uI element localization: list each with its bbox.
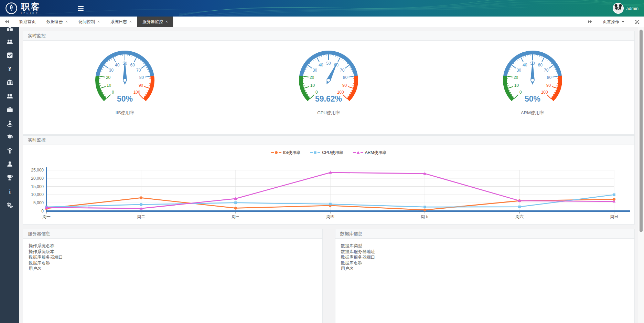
tab-5[interactable]: 服务器监控×	[137, 17, 173, 27]
gauge-tick-label: 20	[310, 75, 314, 80]
gauge-tick-label: 70	[136, 68, 141, 73]
db-info-panel: 数据库信息 数据库类型数据库服务器地址数据库服务器端口数据库名称用户名	[335, 229, 635, 323]
sidebar-item-trophy[interactable]	[0, 171, 19, 185]
sidebar-item-info[interactable]: i	[0, 185, 19, 198]
gauge-tick-label: 100	[133, 90, 140, 95]
x-axis-tick-label: 周四	[326, 214, 334, 219]
gauge-IIS使用率: 010203040506070809010050%IIS使用率	[23, 48, 227, 116]
x-axis-tick-label: 周二	[137, 214, 145, 219]
tab-4[interactable]: 系统日志×	[105, 17, 137, 27]
gauge-tick-label: 10	[310, 83, 315, 88]
gauge-tick-label: 50	[326, 61, 331, 66]
top-navbar: 职客 IZHIKE admin	[0, 0, 644, 17]
app-logo[interactable]: 职客 IZHIKE	[0, 2, 70, 15]
gauge-tick-label: 80	[547, 75, 552, 80]
sidebar-toggle-button[interactable]	[75, 3, 86, 13]
vertical-scrollbar[interactable]	[638, 27, 644, 323]
realtime-gauges-panel: 实时监控 010203040506070809010050%IIS使用率0102…	[23, 31, 635, 135]
y-axis-tick-label: 10,000	[31, 192, 44, 197]
line-chart: 05,00010,00015,00020,00025,000周一周二周三周四周五…	[23, 155, 634, 221]
gauge-tick-label: 70	[544, 68, 549, 73]
logo-icon	[5, 2, 18, 15]
gauge-tick-label: 10	[107, 83, 111, 88]
user-avatar	[613, 3, 624, 14]
sidebar-item-bank[interactable]	[0, 76, 19, 90]
gauge-tick-label: 100	[337, 90, 344, 95]
logo-text: 职客	[21, 2, 41, 11]
gauge-tick-label: 10	[514, 83, 519, 88]
gauge-tick-label: 0	[112, 90, 114, 95]
navbar-wave-decor	[0, 0, 644, 17]
gauge-tick-label: 0	[519, 90, 522, 95]
gauge-chart-1: 010203040506070809010050%	[90, 48, 159, 107]
gauges-container: 010203040506070809010050%IIS使用率010203040…	[23, 41, 634, 134]
legend-item-ARM使用率[interactable]: ARM使用率	[353, 150, 387, 156]
logo-subtext: IZHIKE	[21, 12, 41, 14]
user-menu[interactable]: admin	[613, 3, 638, 14]
tab-1[interactable]: 欢迎首页	[14, 17, 41, 27]
legend-item-IIS使用率[interactable]: IIS使用率	[271, 150, 301, 156]
gauge-tick-label: 0	[315, 90, 318, 95]
gauge-tick-label: 30	[313, 68, 318, 73]
tab-operations-label: 页签操作	[603, 19, 619, 25]
tab-3[interactable]: 访问控制×	[73, 17, 105, 27]
child-icon	[7, 147, 13, 154]
gauge-chart-2: 010203040506070809010059.62%	[294, 48, 363, 107]
gauge-CPU使用率: 010203040506070809010059.62%CPU使用率	[227, 48, 430, 116]
sidebar-item-yen[interactable]: ¥	[0, 62, 19, 76]
gauge-tick-label: 80	[343, 75, 348, 80]
tab-2[interactable]: 数据备份×	[41, 17, 73, 27]
square-marker-icon	[310, 150, 320, 155]
gauge-tick-label: 30	[109, 68, 114, 73]
legend-item-CPU使用率[interactable]: CPU使用率	[310, 150, 343, 156]
triangle-marker-icon	[353, 150, 363, 155]
gauge-tick-label: 40	[115, 63, 120, 67]
sidebar-item-street-view[interactable]	[0, 117, 19, 131]
main-content: 实时监控 010203040506070809010050%IIS使用率0102…	[19, 27, 638, 323]
tab-close-icon[interactable]: ×	[97, 20, 100, 24]
tab-close-icon[interactable]: ×	[65, 20, 68, 24]
sidebar-item-user[interactable]	[0, 157, 19, 171]
info-field-label: 数据库名称	[341, 260, 629, 266]
server-info-panel: 服务器信息 操作系统名称操作系统版本数据库服务器端口数据库名称用户名	[23, 229, 323, 323]
y-axis-tick-label: 0	[41, 209, 44, 213]
briefcase-icon	[7, 106, 13, 113]
tab-label: 访问控制	[78, 19, 95, 25]
server-info-fields: 操作系统名称操作系统版本数据库服务器端口数据库名称用户名	[23, 239, 322, 276]
sidebar-item-check-square[interactable]	[0, 49, 19, 62]
sidebar-item-users[interactable]	[0, 35, 19, 49]
gauge-caption: IIS使用率	[116, 110, 135, 116]
gauge-tick-label: 40	[523, 63, 527, 67]
yen-icon: ¥	[7, 66, 13, 72]
legend-label: CPU使用率	[322, 150, 343, 156]
gauge-tick-label: 90	[139, 83, 143, 88]
gauge-tick-label: 40	[319, 63, 324, 67]
tabs-scroll-right-button[interactable]	[583, 17, 597, 27]
tab-label: 欢迎首页	[19, 19, 36, 25]
scrollbar-thumb[interactable]	[640, 30, 643, 232]
x-axis-tick-label: 周三	[232, 214, 240, 219]
sidebar-item-briefcase[interactable]	[0, 103, 19, 117]
sidebar-item-child[interactable]	[0, 144, 19, 158]
sidebar-item-cogs[interactable]	[0, 198, 19, 212]
info-field-label: 数据库服务器端口	[29, 254, 317, 260]
chart-legend: IIS使用率CPU使用率ARM使用率	[23, 150, 634, 155]
expand-arrows-icon	[635, 20, 640, 24]
street-view-icon	[7, 120, 13, 127]
sidebar-item-graduation-cap[interactable]	[0, 130, 19, 144]
tab-operations-dropdown[interactable]: 页签操作	[597, 17, 630, 27]
y-axis-tick-label: 25,000	[31, 168, 44, 173]
trophy-icon	[7, 175, 13, 181]
info-field-label: 操作系统版本	[29, 249, 317, 255]
bank-icon	[7, 79, 13, 86]
fullscreen-button[interactable]	[630, 17, 644, 27]
info-icon: i	[7, 188, 13, 195]
tabs-scroll-left-button[interactable]	[0, 17, 14, 27]
info-field-label: 数据库服务器端口	[341, 254, 629, 260]
sidebar-item-users[interactable]	[0, 90, 19, 103]
tab-close-icon[interactable]: ×	[129, 20, 132, 24]
legend-label: IIS使用率	[283, 150, 301, 156]
gauge-ARM使用率: 010203040506070809010050%ARM使用率	[431, 48, 634, 116]
tab-close-icon[interactable]: ×	[165, 20, 168, 24]
info-field-label: 数据库服务器地址	[341, 249, 629, 255]
